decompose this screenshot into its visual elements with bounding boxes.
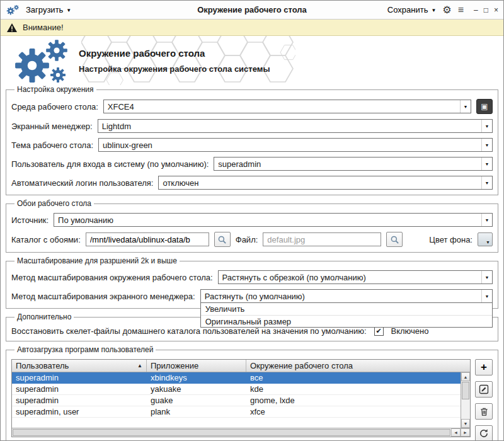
field-label: Источник: (11, 215, 49, 225)
trash-icon (479, 407, 489, 416)
horizontal-scroll-thumb[interactable] (13, 429, 450, 436)
group-wallpaper: Обои рабочего стола Источник: По умолчан… (6, 199, 498, 253)
wallpaper-file-input[interactable] (263, 232, 381, 246)
horizontal-scrollbar[interactable]: ◄ ► (12, 428, 470, 437)
group-scaling: Масштабирование для разршений 2k и выше … (6, 256, 498, 309)
de-options-button[interactable]: ▣ (476, 99, 493, 114)
vertical-scrollbar[interactable]: ▲ ▼ (461, 372, 470, 428)
edit-button[interactable] (475, 381, 493, 398)
autologin-select[interactable]: отключен ▼ (158, 176, 493, 190)
load-button-label: Загрузить (26, 5, 63, 14)
field-label: Тема рабочего стола: (11, 140, 93, 150)
combo-arrow-icon: ▼ (481, 120, 492, 132)
skel-restore-label: Восстановить скелет-файлы домашнего ката… (11, 326, 367, 336)
search-icon (217, 235, 227, 244)
warning-icon (6, 23, 18, 33)
combo-arrow-icon: ▼ (481, 176, 492, 189)
table-actions: + (475, 359, 493, 441)
hamburger-menu-icon[interactable]: ≡ (458, 5, 464, 15)
refresh-button[interactable] (475, 425, 493, 441)
scroll-left-button[interactable]: ◄ (451, 428, 461, 437)
load-button[interactable]: Загрузить ▼ (26, 5, 71, 14)
field-label: Цвет фона: (429, 235, 472, 244)
table-body: superadmin xbindkeys все superadmin yaku… (12, 372, 461, 428)
refresh-icon (479, 428, 489, 438)
desktop-theme-select[interactable]: ublinux-green ▼ (98, 138, 493, 152)
chevron-down-icon: ▼ (431, 8, 436, 13)
login-user-select[interactable]: superadmin ▼ (214, 157, 493, 171)
column-header-env[interactable]: Окружение рабочего стола (246, 360, 470, 372)
autostart-table: Пользователь ▲ Приложение Окружение рабо… (11, 359, 471, 437)
column-header-user[interactable]: Пользователь ▲ (12, 360, 147, 372)
display-manager-select[interactable]: Lightdm ▼ (98, 119, 493, 133)
chevron-down-icon: ▼ (486, 240, 490, 244)
minimize-button[interactable]: – (474, 6, 478, 14)
field-label: Пользователь для входа в систему (по умо… (11, 159, 209, 169)
table-row[interactable]: superadmin xbindkeys все (12, 372, 461, 384)
app-window: Окружение рабочего стола Загрузить ▼ Сох… (0, 0, 504, 441)
combo-arrow-icon: ▼ (481, 271, 492, 284)
group-title: Обои рабочего стола (14, 199, 94, 208)
group-title: Дополнительно (14, 312, 74, 321)
warning-text: Внимание! (23, 23, 64, 32)
plus-icon: + (481, 361, 487, 374)
combo-arrow-icon: ▼ (481, 139, 492, 151)
dm-scaling-dropdown-popup: Увеличить Оригинальный размер (200, 302, 493, 328)
edit-icon (479, 384, 489, 394)
dm-scaling-select[interactable]: Растянуть (по умолчанию) ▼ (200, 289, 493, 303)
combo-arrow-icon: ▼ (460, 100, 471, 113)
table-row[interactable]: superadmin, user plank xfce (12, 406, 461, 418)
checkbox-label: Включено (391, 326, 429, 336)
warning-banner: Внимание! (1, 20, 503, 36)
settings-gear-icon[interactable]: ⚙ (442, 5, 451, 15)
gears-logo (9, 37, 70, 84)
field-label: Экранный менеджер: (11, 122, 93, 131)
field-label: Автоматический логин пользователя: (11, 178, 153, 188)
group-title: Автозагрузка программ пользователей (14, 345, 156, 354)
delete-button[interactable] (475, 403, 493, 420)
scroll-right-button[interactable]: ► (461, 428, 470, 437)
scroll-down-button[interactable]: ▼ (461, 419, 470, 428)
skel-restore-checkbox[interactable]: ✔ (374, 326, 384, 336)
sort-asc-icon: ▲ (137, 363, 142, 369)
box-icon: ▣ (481, 102, 488, 111)
group-autostart: Автозагрузка программ пользователей Поль… (6, 345, 498, 441)
desktop-environment-select[interactable]: XFCE4 ▼ (103, 100, 471, 113)
window-controls: – □ × (474, 6, 498, 14)
wallpaper-source-select[interactable]: По умолчанию ▼ (54, 213, 493, 227)
table-row[interactable]: superadmin guake gnome, lxde (12, 395, 461, 406)
group-title: Масштабирование для разршений 2k и выше (14, 256, 180, 265)
group-environment: Настройка окружения Среда рабочего стола… (6, 85, 498, 195)
chevron-down-icon: ▼ (66, 8, 71, 13)
combo-arrow-icon: ▼ (481, 290, 492, 302)
page-header: Окружение рабочего стола Настройка окруж… (1, 36, 503, 85)
group-title: Настройка окружения (14, 85, 96, 94)
page-title: Окружение рабочего стола (79, 48, 270, 59)
check-icon: ✔ (375, 328, 381, 335)
wallpaper-file-browse-button[interactable] (386, 232, 403, 247)
field-label: Файл: (236, 235, 258, 244)
wallpaper-dir-browse-button[interactable] (214, 232, 231, 247)
page-subtitle: Настройка окружения рабочего стола систе… (79, 64, 270, 74)
vertical-scroll-thumb[interactable] (462, 382, 469, 399)
desktop-scaling-select[interactable]: Растянуть с обрезкой (по умолчанию) ▼ (218, 270, 493, 284)
combo-arrow-icon: ▼ (481, 214, 492, 226)
scroll-up-button[interactable]: ▲ (461, 372, 470, 381)
dropdown-option[interactable]: Оригинальный размер (201, 315, 492, 327)
field-label: Среда рабочего стола: (11, 102, 98, 112)
field-label: Метод масштабирования окружения рабочего… (11, 273, 213, 282)
search-icon (390, 235, 399, 244)
close-button[interactable]: × (494, 6, 498, 14)
maximize-button[interactable]: □ (484, 6, 488, 14)
field-label: Каталог с обоями: (11, 235, 81, 244)
save-button-label: Сохранить (387, 5, 428, 14)
save-button[interactable]: Сохранить ▼ (387, 5, 437, 14)
column-header-app[interactable]: Приложение (147, 360, 246, 372)
titlebar: Окружение рабочего стола Загрузить ▼ Сох… (1, 1, 503, 20)
add-button[interactable]: + (475, 359, 493, 375)
wallpaper-dir-input[interactable] (86, 232, 209, 246)
combo-arrow-icon: ▼ (481, 158, 492, 170)
table-row[interactable]: superadmin yakuake kde (12, 384, 461, 395)
dropdown-option[interactable]: Увеличить (201, 303, 492, 315)
bg-color-button[interactable]: ▼ (478, 232, 493, 246)
